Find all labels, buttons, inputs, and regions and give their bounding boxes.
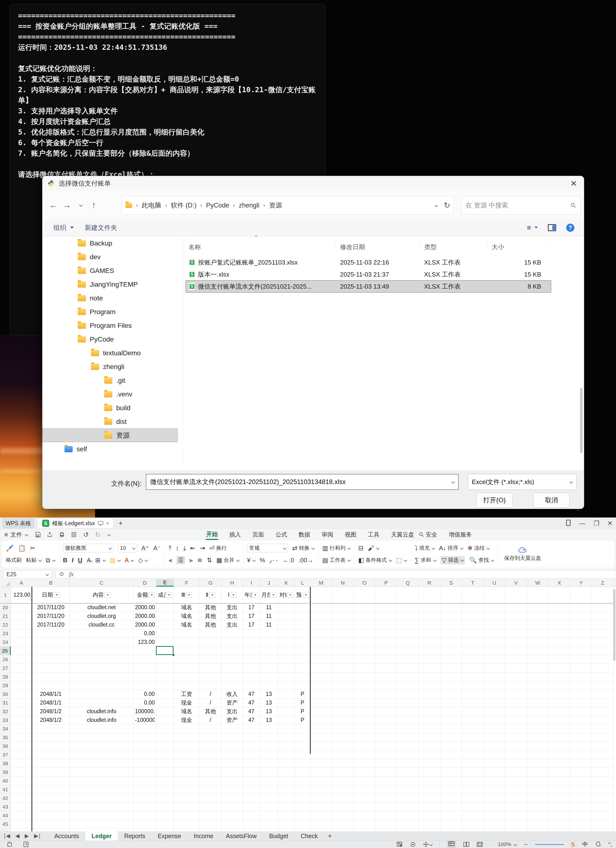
cell-H42[interactable] — [221, 794, 243, 802]
cell-I41[interactable] — [243, 785, 260, 794]
cell-N44[interactable] — [332, 811, 354, 820]
cell-I25[interactable] — [243, 646, 260, 655]
cell-T32[interactable] — [462, 707, 484, 716]
cell-V39[interactable] — [505, 768, 527, 777]
cell-I21[interactable]: 17 — [243, 612, 260, 621]
cell-I39[interactable] — [243, 768, 260, 777]
cell-G40[interactable] — [200, 777, 221, 785]
cell-T30[interactable] — [462, 690, 484, 698]
column-header-A[interactable]: A — [11, 579, 32, 587]
cell-H37[interactable] — [221, 750, 243, 759]
cell-L21[interactable] — [295, 612, 310, 621]
cell-N43[interactable] — [332, 802, 354, 811]
cell-B29[interactable] — [32, 681, 70, 690]
export-icon[interactable] — [47, 532, 53, 538]
cell-A40[interactable] — [11, 777, 32, 785]
row-header-37[interactable]: 37 — [0, 750, 11, 759]
cell-R45[interactable] — [419, 820, 440, 829]
filter-button-B[interactable]: ▼ — [54, 592, 60, 598]
column-header-O[interactable]: O — [354, 579, 375, 587]
cell-U33[interactable] — [484, 716, 505, 725]
cell-M45[interactable] — [310, 820, 332, 829]
cell-K38[interactable] — [278, 759, 295, 768]
align-top-icon[interactable]: ⤒ — [169, 544, 172, 552]
cell-L37[interactable] — [295, 750, 310, 759]
cell-H34[interactable] — [221, 725, 243, 733]
cell-Y26[interactable] — [570, 655, 592, 664]
dialog-titlebar[interactable]: 选择微信支付账单 ✕ — [42, 176, 584, 191]
cell-U45[interactable] — [484, 820, 505, 829]
cell-D37[interactable] — [133, 750, 156, 759]
cell-H26[interactable] — [221, 655, 243, 664]
cell-M28[interactable] — [310, 673, 332, 681]
cell-J42[interactable] — [260, 794, 278, 802]
filename-input[interactable]: 微信支付账单流水文件(20251021-20251102)_2025110313… — [146, 474, 459, 490]
cell-K34[interactable] — [278, 725, 295, 733]
cell-G43[interactable] — [200, 802, 221, 811]
cell-V40[interactable] — [505, 777, 527, 785]
cell-S34[interactable] — [440, 725, 462, 733]
cell-E21[interactable] — [156, 612, 174, 621]
cell-S39[interactable] — [440, 768, 462, 777]
cell-Q41[interactable] — [397, 785, 419, 794]
cell-S24[interactable] — [440, 638, 462, 646]
cell-A34[interactable] — [11, 725, 32, 733]
cell-M1[interactable] — [310, 587, 332, 603]
cell-D32[interactable]: 100000.00 — [133, 707, 156, 716]
menu-tab-开始[interactable]: 开始 — [206, 529, 218, 540]
cell-L41[interactable] — [295, 785, 310, 794]
cell-U41[interactable] — [484, 785, 505, 794]
filter-button-I[interactable]: ▼ — [252, 592, 258, 598]
cell-F45[interactable] — [174, 820, 200, 829]
cell-G35[interactable] — [200, 733, 221, 742]
cell-Q45[interactable] — [397, 820, 419, 829]
cell-C20[interactable]: cloudlet.net — [70, 603, 133, 612]
cell-W25[interactable] — [527, 646, 549, 655]
cell-K25[interactable] — [278, 646, 295, 655]
cell-L39[interactable] — [295, 768, 310, 777]
cell-J34[interactable] — [260, 725, 278, 733]
cell-U1[interactable] — [484, 587, 505, 603]
cell-D30[interactable]: 0.00 — [133, 690, 156, 698]
sheet-tab-reports[interactable]: Reports — [118, 832, 152, 841]
cell-J32[interactable]: 13 — [260, 707, 278, 716]
cell-Y36[interactable] — [570, 742, 592, 750]
column-header-N[interactable]: N — [332, 579, 354, 587]
save-to-cloud-button[interactable]: 保存到天翼云盘 — [502, 546, 543, 562]
cell-V37[interactable] — [505, 750, 527, 759]
wps-app-button[interactable]: WPS 表格 — [2, 518, 34, 529]
cell-Q28[interactable] — [397, 673, 419, 681]
cell-J43[interactable] — [260, 802, 278, 811]
cell-P35[interactable] — [375, 733, 397, 742]
cell-W32[interactable] — [527, 707, 549, 716]
row-header-45[interactable]: 45 — [0, 820, 11, 829]
cancel-button[interactable]: 取消 — [533, 493, 570, 508]
cell-H40[interactable] — [221, 777, 243, 785]
cell-G38[interactable] — [200, 759, 221, 768]
cell-C39[interactable] — [70, 768, 133, 777]
cell-R23[interactable] — [419, 629, 440, 638]
cell-I1[interactable]: 年度▼ — [243, 587, 260, 603]
cell-T43[interactable] — [462, 802, 484, 811]
cell-U30[interactable] — [484, 690, 505, 698]
cell-R28[interactable] — [419, 673, 440, 681]
row-header-33[interactable]: 33 — [0, 716, 11, 725]
cell-M32[interactable] — [310, 707, 332, 716]
cell-C23[interactable] — [70, 629, 133, 638]
cell-Y45[interactable] — [570, 820, 592, 829]
ribbon-search[interactable] — [413, 531, 424, 538]
dialog-close-button[interactable]: ✕ — [567, 178, 580, 189]
cell-R38[interactable] — [419, 759, 440, 768]
cell-S32[interactable] — [440, 707, 462, 716]
cell-U23[interactable] — [484, 629, 505, 638]
first-sheet-button[interactable]: ∣◀ — [3, 833, 10, 839]
cell-R32[interactable] — [419, 707, 440, 716]
cell-A45[interactable] — [11, 820, 32, 829]
cell-Q1[interactable] — [397, 587, 419, 603]
cell-F29[interactable] — [174, 681, 200, 690]
cell-F1[interactable]: Ⅲ▼ — [174, 587, 200, 603]
cell-M35[interactable] — [310, 733, 332, 742]
sidebar-item--git[interactable]: .git — [42, 374, 178, 387]
cell-J36[interactable] — [260, 742, 278, 750]
cell-S38[interactable] — [440, 759, 462, 768]
